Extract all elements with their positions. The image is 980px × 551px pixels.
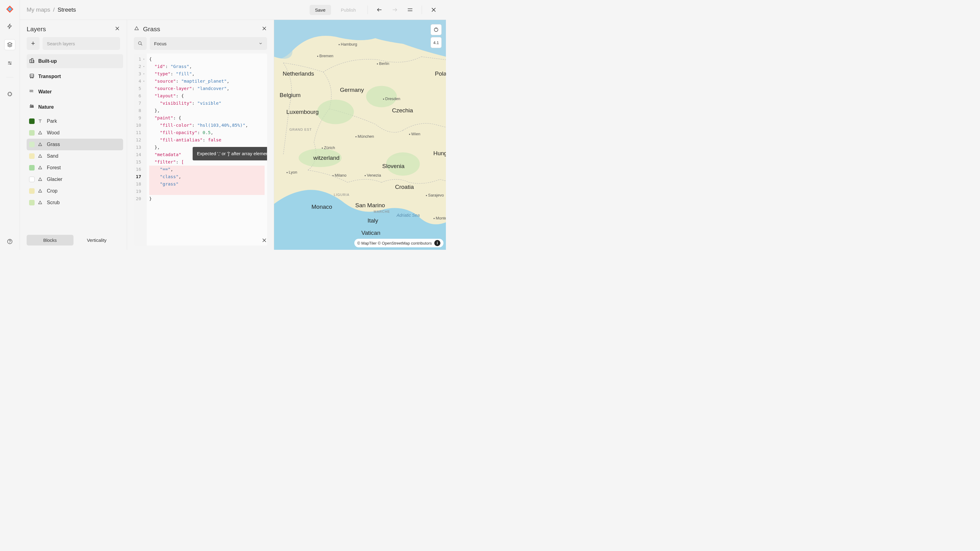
layer-swatch (29, 142, 35, 147)
layer-label: Grass (47, 142, 60, 147)
app-logo-icon (5, 5, 14, 13)
fill-icon (38, 189, 44, 194)
code-search-button[interactable] (134, 37, 147, 50)
fill-icon (38, 154, 44, 159)
svg-rect-17 (30, 60, 31, 63)
buildings-icon (29, 58, 35, 65)
close-editor-icon[interactable] (261, 26, 267, 32)
layer-label: Sand (47, 153, 58, 159)
layers-icon[interactable] (4, 39, 15, 50)
breadcrumb-current: Streets (57, 6, 76, 13)
layer-swatch (29, 130, 35, 136)
plugins-icon[interactable] (4, 89, 15, 100)
map-zoom-level[interactable]: 4.1 (431, 37, 442, 48)
bus-icon (29, 73, 35, 80)
back-icon[interactable] (374, 4, 385, 15)
layer-swatch (29, 200, 35, 205)
svg-rect-18 (32, 59, 33, 63)
help-icon[interactable] (4, 239, 15, 250)
group-transport[interactable]: Transport (27, 70, 123, 84)
fill-icon (38, 165, 44, 170)
svg-point-22 (32, 78, 33, 78)
top-bar: My maps / Streets Save Publish (20, 0, 446, 20)
layer-item-crop[interactable]: Crop (27, 185, 123, 197)
svg-point-28 (138, 41, 141, 44)
close-code-icon[interactable] (261, 238, 267, 244)
menu-icon[interactable] (404, 4, 415, 15)
layer-item-scrub[interactable]: Scrub (27, 197, 123, 208)
svg-point-35 (386, 152, 420, 176)
svg-line-29 (141, 44, 142, 45)
svg-point-21 (30, 78, 31, 78)
breadcrumb: My maps / Streets (27, 6, 310, 13)
breadcrumb-parent[interactable]: My maps (27, 6, 50, 13)
forward-icon (389, 4, 400, 15)
chevron-down-icon (258, 41, 263, 46)
editor-title: Grass (143, 25, 160, 33)
search-layers-input[interactable] (43, 37, 120, 50)
text-icon (38, 119, 44, 124)
error-tooltip: Expected ',' or ']' after array element … (192, 147, 267, 160)
layer-swatch (29, 176, 35, 182)
layer-item-grass[interactable]: Grass (27, 139, 123, 150)
bolt-icon[interactable] (4, 21, 15, 32)
group-water[interactable]: Water (27, 85, 123, 99)
fill-icon (38, 177, 44, 182)
trees-icon (29, 104, 35, 111)
svg-point-32 (317, 100, 354, 124)
layer-item-park[interactable]: Park (27, 115, 123, 127)
group-nature[interactable]: Nature (27, 100, 123, 114)
layer-item-wood[interactable]: Wood (27, 127, 123, 139)
fill-icon (38, 130, 44, 135)
sliders-icon[interactable] (4, 57, 15, 68)
svg-rect-19 (33, 60, 34, 63)
svg-point-4 (9, 62, 10, 63)
layer-swatch (29, 119, 35, 124)
save-button[interactable]: Save (310, 5, 331, 15)
fill-icon (38, 200, 44, 205)
layer-label: Crop (47, 188, 57, 194)
blocks-tab[interactable]: Blocks (27, 235, 73, 246)
fill-icon (38, 142, 44, 147)
info-icon[interactable]: i (434, 240, 441, 246)
waves-icon (29, 89, 35, 95)
layer-swatch (29, 165, 35, 170)
layer-label: Wood (47, 130, 60, 136)
layers-title: Layers (27, 25, 46, 33)
layer-swatch (29, 153, 35, 159)
close-layers-icon[interactable] (115, 26, 120, 32)
fill-icon (134, 26, 139, 32)
layer-item-sand[interactable]: Sand (27, 150, 123, 162)
layer-label: Forest (47, 165, 60, 170)
svg-marker-2 (8, 43, 12, 45)
layer-item-glacier[interactable]: Glacier (27, 173, 123, 185)
close-app-icon[interactable] (428, 4, 439, 15)
code-editor[interactable]: 1234567891011121314151617181920 ▾▾▾▾ { "… (134, 54, 267, 246)
verticality-tab[interactable]: Verticality (73, 235, 120, 246)
layer-item-forest[interactable]: Forest (27, 162, 123, 173)
add-layer-button[interactable]: + (27, 37, 40, 50)
svg-point-34 (299, 149, 342, 167)
map-preview[interactable]: Netherlands Belgium Luxembourg Germany P… (274, 20, 446, 250)
focus-dropdown[interactable]: Focus (150, 37, 267, 50)
map-pitch-icon[interactable] (431, 24, 442, 35)
group-builtup[interactable]: Built-up (27, 54, 123, 68)
layers-panel: Layers + Built-up Transport (20, 20, 127, 250)
editor-panel: Grass Focus 1234567891011121314151617181… (127, 20, 274, 250)
layer-label: Park (47, 119, 57, 124)
map-attribution: © MapTiler © OpenStreetMap contributors … (354, 239, 444, 247)
svg-point-6 (10, 64, 11, 65)
layer-label: Scrub (47, 200, 60, 205)
icon-rail (0, 0, 20, 250)
publish-button[interactable]: Publish (335, 5, 361, 15)
layer-label: Glacier (47, 176, 62, 182)
svg-point-33 (366, 86, 397, 107)
layer-swatch (29, 188, 35, 194)
